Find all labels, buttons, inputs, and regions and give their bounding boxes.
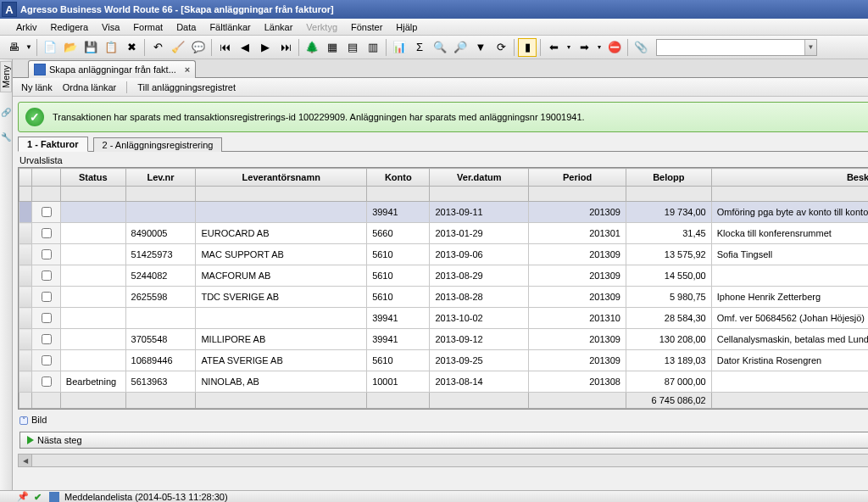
row-header[interactable] [19,329,32,350]
row-header[interactable] [19,308,32,329]
new-icon[interactable]: 📄 [41,38,59,57]
refresh-icon[interactable]: ⟳ [492,38,510,57]
highlight-icon[interactable]: ▮ [518,38,537,57]
toolbar-combo[interactable]: ▼ [656,39,817,56]
menu-verktyg[interactable]: Verktyg [300,20,343,34]
attach-icon[interactable]: 📎 [632,38,650,57]
local-ordna[interactable]: Ordna länkar [59,81,120,94]
row-checkbox[interactable] [42,271,52,281]
scroll-left-icon[interactable]: ◀ [19,455,32,466]
row-header[interactable] [19,265,32,287]
local-nylank[interactable]: Ny länk [18,81,56,94]
prev-icon[interactable]: ◀ [236,38,254,57]
tree-icon[interactable]: 🌲 [303,38,321,57]
delete-icon[interactable]: ✖ [122,38,141,57]
clear-icon[interactable]: 🧹 [169,38,187,57]
table-icon[interactable]: ▤ [343,38,362,57]
row-checkbox[interactable] [42,207,52,217]
sigma-icon[interactable]: Σ [410,38,429,57]
document-tab[interactable]: Skapa anläggningar från fakt... × [28,60,196,78]
row-header[interactable] [19,202,32,223]
menu-hjalp[interactable]: Hjälp [390,20,423,34]
row-header[interactable] [19,287,32,308]
table-row[interactable]: 10689446ATEA SVERIGE AB56102013-09-25201… [19,350,869,371]
bild-twisty[interactable]: ˅Bild [19,415,868,425]
first-icon[interactable]: ⏮ [215,38,234,57]
close-icon[interactable]: × [185,64,190,75]
table-row[interactable]: 399412013-10-0220131028 584,30Omf. ver 5… [19,308,869,329]
last-icon[interactable]: ⏭ [276,38,295,57]
menu-redigera[interactable]: Redigera [44,20,94,34]
row-checkbox[interactable] [42,355,52,365]
open-icon[interactable]: 📂 [61,38,80,57]
print-icon[interactable]: 🖶 [4,38,23,57]
menu-arkiv[interactable]: Arkiv [10,20,42,34]
row-checkbox[interactable] [42,228,52,238]
menu-data[interactable]: Data [170,20,202,34]
horizontal-scrollbar[interactable]: ◀ [18,454,868,467]
doc-prev-icon[interactable]: ⬅ [544,38,563,57]
row-header[interactable] [19,350,32,371]
filter-icon[interactable]: ▼ [471,38,490,57]
menu-lankar[interactable]: Länkar [259,20,299,34]
row-header[interactable] [19,244,32,265]
help-bubble-icon[interactable]: 💬 [189,38,208,57]
table-row[interactable]: 5244082MACFORUM AB56102013-08-2920130914… [19,265,869,287]
save-icon[interactable]: 💾 [81,38,100,57]
table-row[interactable]: 399412013-09-1120130919 734,00Omföring p… [19,202,869,223]
row-checkbox-cell[interactable] [31,287,60,308]
row-checkbox[interactable] [42,249,52,259]
link-icon[interactable]: 🔗 [1,108,11,117]
row-checkbox[interactable] [42,313,52,323]
grid-icon[interactable]: ▦ [323,38,342,57]
tab-fakturor[interactable]: 1 - Fakturor [18,137,88,152]
row-checkbox-cell[interactable] [31,350,60,371]
col-beskrivning[interactable]: Beskrivning [711,169,868,187]
table-row[interactable]: Bearbetning5613963NINOLAB, AB100012013-0… [19,371,869,393]
tab-anlaggningsregistrering[interactable]: 2 - Anläggningsregistrering [93,137,223,152]
col-period[interactable]: Period [529,169,626,187]
row-checkbox[interactable] [42,334,52,344]
col-belopp[interactable]: Belopp [626,169,711,187]
table-row[interactable]: 51425973MAC SUPPORT AB56102013-09-062013… [19,244,869,265]
row-checkbox[interactable] [42,292,52,302]
table-row[interactable]: 8490005EUROCARD AB56602013-01-2920130131… [19,223,869,244]
table-row[interactable]: 2625598TDC SVERIGE AB56102013-08-2820130… [19,287,869,308]
stop-icon[interactable]: ⛔ [605,38,624,57]
nasta-steg-button[interactable]: Nästa steg [19,432,868,449]
undo-icon[interactable]: ↶ [148,38,167,57]
row-checkbox-cell[interactable] [31,202,60,223]
search-icon[interactable]: 🔍 [431,38,449,57]
local-tillreg[interactable]: Till anläggningsregistret [134,81,239,94]
next-icon[interactable]: ▶ [256,38,275,57]
row-checkbox-cell[interactable] [31,371,60,393]
zoom-icon[interactable]: 🔎 [451,38,470,57]
row-header[interactable] [19,371,32,393]
dropdown-icon[interactable]: ▼ [25,38,33,57]
col-levnamn[interactable]: Leverantörsnamn [196,169,367,187]
row-checkbox-cell[interactable] [31,308,60,329]
wrench-icon[interactable]: 🔧 [1,132,11,142]
list-icon[interactable]: ▥ [364,38,382,57]
row-checkbox-cell[interactable] [31,223,60,244]
menu-visa[interactable]: Visa [96,20,125,34]
col-konto[interactable]: Konto [367,169,430,187]
doc-next-icon[interactable]: ➡ [575,38,593,57]
chart-icon[interactable]: 📊 [390,38,409,57]
doc-prev-dd-icon[interactable]: ▾ [565,38,573,57]
doc-next-dd-icon[interactable]: ▾ [595,38,604,57]
col-verdatum[interactable]: Ver.datum [430,169,529,187]
row-checkbox-cell[interactable] [31,265,60,287]
row-checkbox-cell[interactable] [31,329,60,350]
copy-icon[interactable]: 📋 [102,38,120,57]
row-checkbox-cell[interactable] [31,244,60,265]
menu-faltlankar[interactable]: Fältlänkar [203,20,256,34]
col-levnr[interactable]: Lev.nr [125,169,196,187]
row-header[interactable] [19,223,32,244]
row-checkbox[interactable] [42,376,52,387]
sidebar-meny[interactable]: Meny [0,61,12,92]
col-status[interactable]: Status [60,169,125,187]
table-row[interactable]: 3705548MILLIPORE AB399412013-09-12201309… [19,329,869,350]
menu-fonster[interactable]: Fönster [345,20,388,34]
menu-format[interactable]: Format [127,20,169,34]
